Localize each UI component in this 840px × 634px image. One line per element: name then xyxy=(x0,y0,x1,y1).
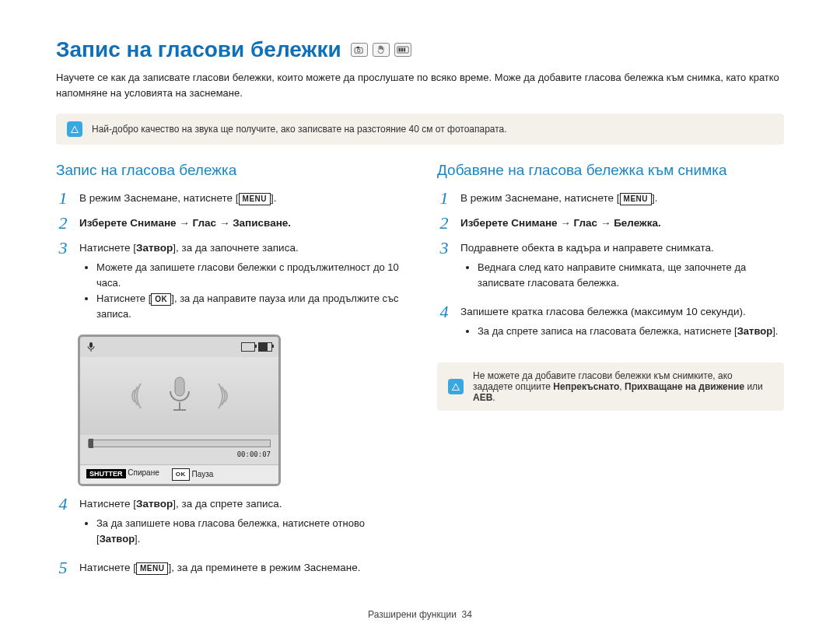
camera-mode-icon xyxy=(351,43,368,57)
svg-point-1 xyxy=(357,49,360,52)
bullet-list: За да запишете нова гласова бележка, нат… xyxy=(79,516,403,547)
shutter-key: SHUTTER xyxy=(86,469,126,478)
storage-icon xyxy=(241,342,255,352)
info-icon xyxy=(448,379,464,394)
info-icon xyxy=(67,121,82,137)
svg-rect-2 xyxy=(356,47,359,49)
recorder-progress: 00:00:07 xyxy=(80,435,278,464)
right-step-1: 1 В режим Заснемане, натиснете [MENU]. xyxy=(437,190,784,207)
step-number: 2 xyxy=(56,215,70,232)
mic-big-icon xyxy=(161,374,198,418)
ok-key: OK xyxy=(172,468,190,481)
step-number: 1 xyxy=(56,190,70,207)
left-section-title: Запис на гласова бележка xyxy=(56,162,403,179)
step-body: В режим Заснемане, натиснете [MENU]. xyxy=(79,190,403,207)
left-step-3: 3 Натиснете [Затвор], за да започнете за… xyxy=(56,240,403,327)
menu-key: MENU xyxy=(239,193,271,205)
menu-key: MENU xyxy=(136,562,168,575)
footer-page: 34 xyxy=(462,609,472,620)
right-step-3: 3 Подравнете обекта в кадъра и направете… xyxy=(437,240,784,296)
step-number: 3 xyxy=(56,240,70,327)
right-section-title: Добавяне на гласова бележка към снимка xyxy=(437,162,784,179)
list-item: Можете да запишете гласови бележки с про… xyxy=(96,260,403,291)
bullet-list: Можете да запишете гласови бележки с про… xyxy=(79,260,403,323)
left-step-4: 4 Натиснете [Затвор], за да спрете запис… xyxy=(56,496,403,552)
step-body: Натиснете [Затвор], за да започнете запи… xyxy=(79,240,403,327)
ok-key: OK xyxy=(151,293,171,306)
recorder-screen: 00:00:07 SHUTTER Спиране OK Пауза xyxy=(78,335,281,486)
step-number: 5 xyxy=(56,559,70,576)
right-note-box: Не можете да добавите гласови бележки къ… xyxy=(437,363,784,411)
step-body: Запишете кратка гласова бележка (максиму… xyxy=(460,303,784,344)
list-item: Натиснете [OK], за да направите пауза ил… xyxy=(96,291,403,322)
bullet-list: Веднага след като направите снимката, ще… xyxy=(460,260,784,291)
mode-icons xyxy=(351,43,411,57)
list-item: За да запишете нова гласова бележка, нат… xyxy=(96,516,403,547)
right-step-4: 4 Запишете кратка гласова бележка (макси… xyxy=(437,303,784,344)
right-note-text: Не можете да добавите гласови бележки къ… xyxy=(473,370,773,403)
scene-mode-icon xyxy=(394,43,411,57)
recorder-status-bar xyxy=(80,337,278,357)
sound-wave-left-icon xyxy=(130,380,145,412)
step-body: Изберете Снимане → Глас → Бележка. xyxy=(460,215,784,232)
svg-rect-6 xyxy=(403,48,404,52)
page-footer: Разширени функции 34 xyxy=(0,609,840,620)
list-item: Веднага след като направите снимката, ще… xyxy=(478,260,784,291)
right-step-2: 2 Изберете Снимане → Глас → Бележка. xyxy=(437,215,784,232)
top-note-text: Най-добро качество на звука ще получите,… xyxy=(92,124,507,135)
step-number: 3 xyxy=(437,240,451,296)
step-number: 4 xyxy=(56,496,70,552)
menu-key: MENU xyxy=(620,193,652,205)
page-title: Запис на гласови бележки xyxy=(56,37,784,62)
bullet-list: За да спрете записа на гласовата бележка… xyxy=(460,324,784,339)
step-body: В режим Заснемане, натиснете [MENU]. xyxy=(460,190,784,207)
svg-rect-5 xyxy=(401,48,402,52)
step-number: 1 xyxy=(437,190,451,207)
left-step-2: 2 Изберете Снимане → Глас → Записване. xyxy=(56,215,403,232)
left-step-1: 1 В режим Заснемане, натиснете [MENU]. xyxy=(56,190,403,207)
svg-rect-7 xyxy=(89,342,93,348)
battery-icon xyxy=(258,342,272,352)
recorder-visual xyxy=(80,357,278,435)
step-body: Натиснете [MENU], за да преминете в режи… xyxy=(79,559,403,576)
step-body: Изберете Снимане → Глас → Записване. xyxy=(79,215,403,232)
right-column: Добавяне на гласова бележка към снимка 1… xyxy=(437,162,784,584)
mic-small-icon xyxy=(86,342,97,352)
recorder-time: 00:00:07 xyxy=(88,450,271,458)
page-title-text: Запис на гласови бележки xyxy=(56,37,341,62)
hand-icon xyxy=(373,43,390,57)
step-number: 4 xyxy=(437,303,451,344)
step-body: Натиснете [Затвор], за да спрете записа.… xyxy=(79,496,403,552)
svg-rect-4 xyxy=(398,48,400,52)
recorder-buttons-bar: SHUTTER Спиране OK Пауза xyxy=(80,464,278,484)
battery-icons xyxy=(241,342,272,352)
top-note-box: Най-добро качество на звука ще получите,… xyxy=(56,114,784,145)
step-number: 2 xyxy=(437,215,451,232)
list-item: За да спрете записа на гласовата бележка… xyxy=(478,324,784,339)
footer-section: Разширени функции xyxy=(368,609,457,620)
left-column: Запис на гласова бележка 1 В режим Засне… xyxy=(56,162,403,584)
sound-wave-right-icon xyxy=(214,380,229,412)
intro-paragraph: Научете се как да записвате гласови беле… xyxy=(56,70,784,101)
left-step-5: 5 Натиснете [MENU], за да преминете в ре… xyxy=(56,559,403,576)
progress-bar xyxy=(88,440,271,447)
step-body: Подравнете обекта в кадъра и направете с… xyxy=(460,240,784,296)
svg-rect-0 xyxy=(355,48,362,54)
